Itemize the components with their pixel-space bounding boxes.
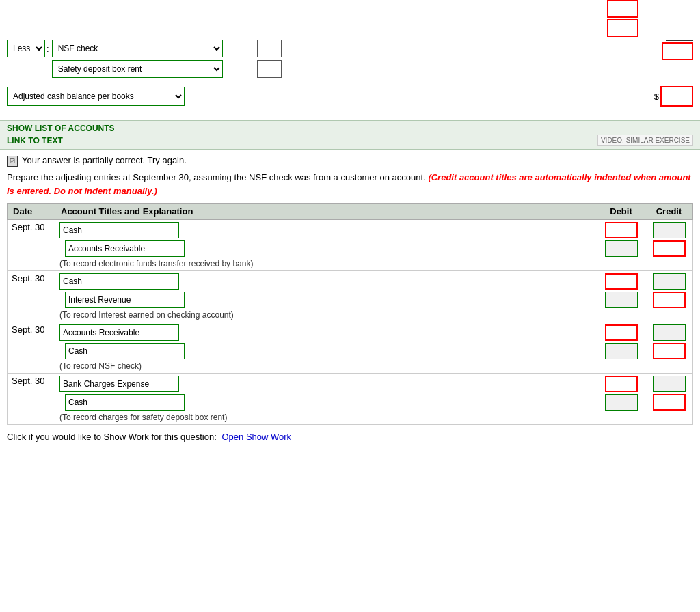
debit-cell-4 bbox=[597, 374, 645, 425]
feedback-icon: ☑ bbox=[7, 156, 18, 167]
account-cell: (To record electronic funds transfer rec… bbox=[55, 220, 597, 271]
note-2: (To record Interest earned on checking a… bbox=[59, 310, 593, 320]
safety-deposit-select[interactable]: Safety deposit box rent bbox=[52, 60, 223, 78]
safety-amount-input[interactable] bbox=[257, 60, 282, 78]
account-input-2b[interactable] bbox=[65, 292, 185, 308]
credit-cell-1 bbox=[645, 220, 693, 271]
feedback-message: Your answer is partially correct. Try ag… bbox=[22, 155, 187, 165]
date-cell-3: Sept. 30 bbox=[8, 322, 55, 374]
account-cell-2: (To record Interest earned on checking a… bbox=[55, 271, 597, 322]
note-3: (To record NSF check) bbox=[59, 361, 593, 371]
credit-1b[interactable] bbox=[653, 240, 686, 257]
debit-cell-1 bbox=[597, 220, 645, 271]
credit-cell-3 bbox=[645, 322, 693, 374]
top-input-1[interactable] bbox=[607, 0, 638, 18]
debit-4a[interactable] bbox=[605, 376, 638, 392]
credit-1a[interactable] bbox=[653, 222, 686, 238]
col-account: Account Titles and Explanation bbox=[55, 204, 597, 220]
account-input-3a[interactable] bbox=[59, 324, 179, 341]
debit-4b[interactable] bbox=[605, 394, 638, 411]
dollar-sign: $ bbox=[654, 92, 659, 102]
debit-1a[interactable] bbox=[605, 222, 638, 238]
account-input-1a[interactable] bbox=[59, 222, 179, 238]
table-row: Sept. 30 (To record charges for safety d… bbox=[8, 374, 693, 425]
account-input-4b[interactable] bbox=[65, 394, 185, 411]
journal-table: Date Account Titles and Explanation Debi… bbox=[7, 203, 693, 425]
credit-cell-2 bbox=[645, 271, 693, 322]
credit-4b[interactable] bbox=[653, 394, 686, 411]
debit-cell-3 bbox=[597, 322, 645, 374]
debit-3b[interactable] bbox=[605, 343, 638, 359]
note-4: (To record charges for safety deposit bo… bbox=[59, 413, 593, 422]
feedback-row: ☑ Your answer is partially correct. Try … bbox=[7, 155, 693, 167]
show-work-label: Click if you would like to Show Work for… bbox=[7, 432, 217, 442]
table-row: Sept. 30 (To record electronic funds tra… bbox=[8, 220, 693, 271]
date-cell-4: Sept. 30 bbox=[8, 374, 55, 425]
less-select[interactable]: Less bbox=[7, 40, 45, 57]
less-colon: : bbox=[46, 44, 49, 54]
account-cell-3: (To record NSF check) bbox=[55, 322, 597, 374]
account-input-2a[interactable] bbox=[59, 273, 179, 290]
debit-cell-2 bbox=[597, 271, 645, 322]
table-row: Sept. 30 (To record Interest earned on c… bbox=[8, 271, 693, 322]
account-input-3b[interactable] bbox=[65, 343, 185, 359]
credit-cell-4 bbox=[645, 374, 693, 425]
col-credit: Credit bbox=[645, 204, 693, 220]
table-row: Sept. 30 (To record NSF check) bbox=[8, 322, 693, 374]
nsf-check-select[interactable]: NSF check bbox=[52, 40, 223, 57]
credit-3a[interactable] bbox=[653, 324, 686, 341]
date-cell: Sept. 30 bbox=[8, 220, 55, 271]
credit-3b[interactable] bbox=[653, 343, 686, 359]
date-cell-2: Sept. 30 bbox=[8, 271, 55, 322]
nsf-amount-input[interactable] bbox=[257, 40, 282, 57]
open-show-work-link[interactable]: Open Show Work bbox=[221, 432, 291, 442]
instruction-block: Prepare the adjusting entries at Septemb… bbox=[7, 171, 693, 197]
col-debit: Debit bbox=[597, 204, 645, 220]
col-date: Date bbox=[8, 204, 55, 220]
video-link[interactable]: VIDEO: SIMILAR EXERCISE bbox=[597, 135, 693, 146]
top-input-2[interactable] bbox=[607, 19, 638, 37]
instruction-text: Prepare the adjusting entries at Septemb… bbox=[7, 172, 426, 182]
debit-2b[interactable] bbox=[605, 292, 638, 308]
debit-3a[interactable] bbox=[605, 324, 638, 341]
credit-2a[interactable] bbox=[653, 273, 686, 290]
credit-4a[interactable] bbox=[653, 376, 686, 392]
account-input-1b[interactable] bbox=[65, 240, 185, 257]
adjusted-amount-input[interactable] bbox=[660, 86, 693, 107]
subtotal-input[interactable] bbox=[662, 42, 693, 60]
adjusted-balance-select[interactable]: Adjusted cash balance per books bbox=[7, 87, 185, 106]
show-work-row: Click if you would like to Show Work for… bbox=[7, 432, 693, 442]
journal-section: Date Account Titles and Explanation Debi… bbox=[0, 203, 700, 425]
debit-2a[interactable] bbox=[605, 273, 638, 290]
account-input-4a[interactable] bbox=[59, 376, 179, 392]
credit-2b[interactable] bbox=[653, 292, 686, 308]
link-to-text[interactable]: LINK TO TEXT bbox=[7, 136, 63, 145]
note-1: (To record electronic funds transfer rec… bbox=[59, 259, 593, 268]
debit-1b[interactable] bbox=[605, 240, 638, 257]
links-bar: SHOW LIST OF ACCOUNTS LINK TO TEXT VIDEO… bbox=[0, 120, 700, 150]
account-cell-4: (To record charges for safety deposit bo… bbox=[55, 374, 597, 425]
show-list-link[interactable]: SHOW LIST OF ACCOUNTS bbox=[7, 124, 693, 133]
